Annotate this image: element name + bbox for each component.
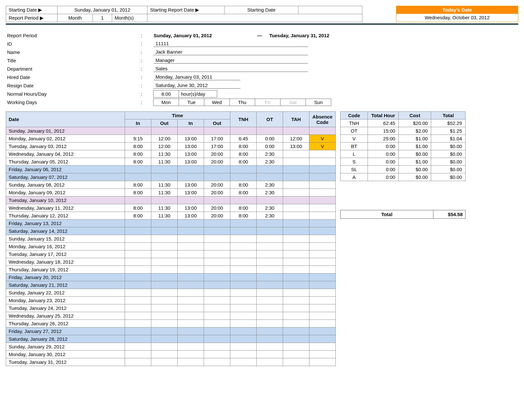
time-in1-cell[interactable] [125,250,151,258]
time-out2-cell[interactable] [204,343,230,351]
time-out2-cell[interactable]: 20:00 [204,204,230,212]
tnh-cell[interactable] [230,235,257,243]
time-out1-cell[interactable] [151,281,178,289]
absence-cell[interactable] [309,243,336,250]
info-name-value[interactable]: Jack Banner [154,49,308,55]
time-in2-cell[interactable] [178,173,204,181]
tah-cell[interactable]: 12:00 [283,135,309,143]
tah-cell[interactable] [283,312,309,320]
absence-cell[interactable] [309,351,336,358]
tnh-cell[interactable] [230,227,257,235]
absence-cell[interactable] [309,304,336,312]
absence-cell[interactable] [309,181,336,189]
time-out2-cell[interactable] [204,258,230,266]
starting-date-value[interactable]: Sunday, January 01, 2012 [58,6,147,14]
tnh-cell[interactable] [230,304,257,312]
time-in2-cell[interactable] [178,266,204,274]
time-out2-cell[interactable] [204,127,230,135]
time-in1-cell[interactable] [125,266,151,274]
tnh-cell[interactable] [230,197,257,204]
tnh-cell[interactable] [230,297,257,304]
absence-cell[interactable] [309,274,336,281]
ot-cell[interactable] [257,335,283,343]
time-out1-cell[interactable]: 11:30 [151,212,178,220]
ot-cell[interactable]: 2:30 [257,204,283,212]
time-out1-cell[interactable] [151,166,178,173]
tah-cell[interactable] [283,204,309,212]
time-in2-cell[interactable] [178,312,204,320]
tah-cell[interactable] [283,197,309,204]
time-in2-cell[interactable]: 13:00 [178,189,204,197]
tah-cell[interactable] [283,166,309,173]
time-out2-cell[interactable] [204,173,230,181]
time-out1-cell[interactable]: 11:30 [151,189,178,197]
absence-cell[interactable] [309,358,336,366]
tah-cell[interactable] [283,304,309,312]
time-out2-cell[interactable] [204,235,230,243]
ot-cell[interactable] [257,127,283,135]
absence-cell[interactable] [309,258,336,266]
time-out1-cell[interactable]: 11:30 [151,181,178,189]
tnh-cell[interactable] [230,343,257,351]
time-out2-cell[interactable] [204,281,230,289]
absence-cell[interactable] [309,266,336,274]
day-toggle-thu[interactable]: Thu [229,99,255,106]
time-in1-cell[interactable] [125,351,151,358]
time-in1-cell[interactable]: 9:15 [125,135,151,143]
time-in1-cell[interactable] [125,173,151,181]
time-in2-cell[interactable] [178,274,204,281]
tnh-cell[interactable] [230,266,257,274]
time-in1-cell[interactable] [125,220,151,227]
tah-cell[interactable] [283,212,309,220]
ot-cell[interactable] [257,289,283,297]
ot-cell[interactable] [257,166,283,173]
info-dept-value[interactable]: Sales [154,66,308,72]
absence-cell[interactable] [309,173,336,181]
tah-cell[interactable] [283,235,309,243]
time-out1-cell[interactable]: 11:30 [151,204,178,212]
tah-cell[interactable] [283,250,309,258]
time-out1-cell[interactable] [151,127,178,135]
time-out2-cell[interactable] [204,197,230,204]
ot-cell[interactable] [257,281,283,289]
time-out1-cell[interactable] [151,328,178,335]
time-out1-cell[interactable] [151,304,178,312]
info-id-value[interactable]: 11111 [154,40,308,47]
ot-cell[interactable] [257,227,283,235]
time-in1-cell[interactable] [125,312,151,320]
tah-cell[interactable]: 13:00 [283,143,309,150]
tnh-cell[interactable] [230,250,257,258]
tah-cell[interactable] [283,227,309,235]
tah-cell[interactable] [283,266,309,274]
time-out2-cell[interactable] [204,335,230,343]
absence-cell[interactable] [309,220,336,227]
time-out2-cell[interactable] [204,328,230,335]
ot-cell[interactable] [257,274,283,281]
absence-cell[interactable] [309,212,336,220]
normal-hours-value[interactable]: 8:00 [153,90,179,98]
time-out1-cell[interactable] [151,220,178,227]
time-out2-cell[interactable]: 17:00 [204,143,230,150]
tah-cell[interactable] [283,281,309,289]
time-out1-cell[interactable] [151,266,178,274]
absence-cell[interactable] [309,197,336,204]
tnh-cell[interactable] [230,220,257,227]
time-out2-cell[interactable] [204,304,230,312]
time-in2-cell[interactable] [178,127,204,135]
time-out1-cell[interactable] [151,358,178,366]
time-out2-cell[interactable]: 20:00 [204,212,230,220]
ot-cell[interactable] [257,243,283,250]
time-out1-cell[interactable] [151,351,178,358]
absence-cell[interactable] [309,320,336,328]
absence-cell[interactable] [309,281,336,289]
time-out1-cell[interactable]: 11:30 [151,158,178,166]
time-in1-cell[interactable] [125,227,151,235]
tnh-cell[interactable] [230,358,257,366]
time-in2-cell[interactable] [178,281,204,289]
time-in1-cell[interactable] [125,297,151,304]
tnh-cell[interactable]: 8:00 [230,204,257,212]
time-in1-cell[interactable] [125,281,151,289]
time-in2-cell[interactable]: 13:00 [178,181,204,189]
time-in1-cell[interactable] [125,304,151,312]
tah-cell[interactable] [283,358,309,366]
